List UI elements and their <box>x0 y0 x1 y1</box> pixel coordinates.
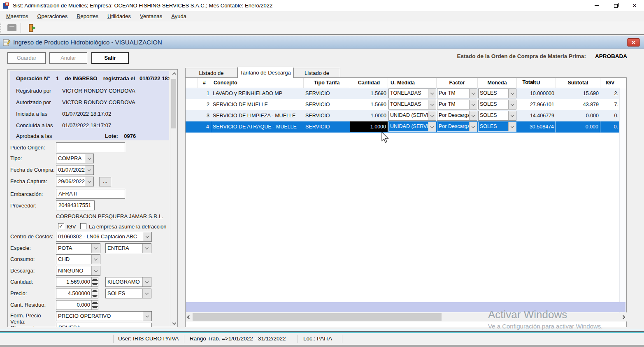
fecha-captura-select[interactable]: 29/06/2022 <box>56 177 94 186</box>
row-selector[interactable] <box>186 88 198 99</box>
u-medida-dropdown-button[interactable] <box>428 122 436 131</box>
moneda-select[interactable]: SOLES <box>478 88 516 98</box>
fecha-compra-select[interactable]: 01/07/2022 <box>56 165 94 175</box>
menu-maestros[interactable]: Maestros <box>2 11 33 21</box>
save-toolbar-button[interactable] <box>5 23 19 33</box>
especie-corte-select[interactable]: ENTERA <box>105 243 151 253</box>
minimize-button[interactable] <box>587 0 606 11</box>
cell-cantidad-editing[interactable]: 1.0000 <box>350 121 388 133</box>
scroll-right-button[interactable] <box>621 312 627 321</box>
table-row[interactable]: 3 SERVICIO DE LIMPIEZA - MUELLE SERVICIO… <box>186 110 620 121</box>
moneda-dropdown-button[interactable] <box>508 111 516 120</box>
scroll-down-icon[interactable] <box>172 321 176 326</box>
scroll-left-button[interactable] <box>186 312 192 321</box>
left-panel-scroll-thumb[interactable] <box>171 79 176 128</box>
proveedor-label: Proveedor: <box>10 203 37 209</box>
cantidad-unidad-select[interactable]: KILOGRAMO <box>105 277 151 287</box>
u-medida-dropdown-button[interactable] <box>428 111 436 120</box>
moneda-dropdown-button[interactable] <box>508 100 516 109</box>
igv-checkbox[interactable]: ✓ <box>58 223 64 229</box>
u-medida-dropdown-button[interactable] <box>428 100 436 109</box>
factor-select[interactable]: Por TM <box>437 100 477 109</box>
detraccion-checkbox[interactable] <box>80 223 86 229</box>
maximize-button[interactable] <box>606 0 625 11</box>
tab-listado-insumos[interactable]: Listado de Insumos <box>293 68 340 77</box>
precio-moneda-select[interactable]: SOLES <box>105 289 151 298</box>
consumo-select[interactable]: CHD <box>56 254 100 264</box>
centro-costos-select[interactable]: 01060302 - LN06 Captación ABC <box>56 232 152 242</box>
cant-residuo-stepper[interactable]: 0.000 <box>56 300 98 310</box>
moneda-dropdown-button[interactable] <box>508 89 516 98</box>
row-selector[interactable] <box>186 121 198 133</box>
menu-utilidades[interactable]: Utilidades <box>103 11 135 21</box>
table-row[interactable]: 2 SERVICIO DE MUELLE SERVICIO 1.5690 TON… <box>186 99 620 110</box>
descarga-dropdown-button[interactable] <box>91 266 100 275</box>
u-medida-dropdown-button[interactable] <box>428 89 436 98</box>
table-row-selected[interactable]: 4 SERVICIO DE ATRAQUE - MUELLE SERVICIO … <box>186 121 620 133</box>
menu-operaciones[interactable]: Operaciones <box>33 11 72 21</box>
exit-toolbar-button[interactable] <box>25 23 39 33</box>
close-button[interactable]: × <box>625 0 644 11</box>
fecha-captura-browse-button[interactable]: ... <box>99 177 111 186</box>
factor-select[interactable]: Por Descarga <box>437 111 477 121</box>
toolbar <box>0 21 644 35</box>
u-medida-select[interactable]: UNIDAD (SERVICI <box>388 111 436 121</box>
guardar-button[interactable]: Guardar <box>7 52 46 64</box>
factor-select[interactable]: Por Descarga <box>437 122 477 132</box>
precio-spin-buttons[interactable] <box>91 289 98 298</box>
form-precio-select[interactable]: PRECIO OPERATIVO <box>56 311 152 321</box>
fecha-compra-dropdown-button[interactable] <box>85 165 93 175</box>
form-precio-dropdown-button[interactable] <box>143 312 151 321</box>
proveedor-input[interactable]: 20484317551 <box>56 200 95 210</box>
row-selector[interactable] <box>186 99 198 110</box>
precio-moneda-dropdown-button[interactable] <box>142 289 151 298</box>
left-panel-scrollbar[interactable] <box>170 70 177 327</box>
menu-reportes[interactable]: Reportes <box>72 11 103 21</box>
precio-stepper[interactable]: 4.500000 <box>56 289 98 298</box>
u-medida-select[interactable]: UNIDAD (SERVICI <box>388 122 436 132</box>
factor-dropdown-button[interactable] <box>469 111 477 120</box>
moneda-select[interactable]: SOLES <box>478 122 516 132</box>
table-vertical-scrollbar[interactable] <box>619 88 626 312</box>
centro-costos-dropdown-button[interactable] <box>143 232 151 241</box>
cell-cantidad[interactable]: 1.0000 <box>350 110 388 121</box>
cell-cantidad[interactable]: 1.5690 <box>350 99 388 110</box>
fecha-captura-dropdown-button[interactable] <box>85 177 93 186</box>
cant-residuo-spin-buttons[interactable] <box>91 300 98 310</box>
anular-button[interactable]: Anular <box>49 52 87 64</box>
dialog-close-button[interactable]: ✕ <box>627 38 640 47</box>
table-row[interactable]: 1 LAVADO y REINHIELADO MP SERVICIO 1.569… <box>186 88 620 99</box>
moneda-dropdown-button[interactable] <box>508 122 516 131</box>
scroll-up-icon[interactable] <box>172 71 176 76</box>
consumo-dropdown-button[interactable] <box>91 255 100 264</box>
cantidad-stepper[interactable]: 1,569.000 <box>56 277 98 287</box>
factor-dropdown-button[interactable] <box>469 100 477 109</box>
especie-select[interactable]: POTA <box>56 243 100 253</box>
embarcacion-input[interactable]: AFRA II <box>56 189 125 199</box>
factor-dropdown-button[interactable] <box>469 89 477 98</box>
iniciada-label: Iniciada a las <box>16 111 62 117</box>
observaciones-input[interactable]: PRUEBA <box>56 323 152 327</box>
u-medida-select[interactable]: TONELADAS <box>388 88 436 98</box>
horizontal-scroll-thumb[interactable] <box>193 313 442 321</box>
salir-button[interactable]: Salir <box>91 52 129 64</box>
factor-dropdown-button[interactable] <box>469 122 477 131</box>
moneda-select[interactable]: SOLES <box>478 100 516 109</box>
especie-dropdown-button[interactable] <box>91 244 100 253</box>
puerto-origen-input[interactable] <box>56 142 125 152</box>
factor-select[interactable]: Por TM <box>437 88 477 98</box>
menu-ventanas[interactable]: Ventanas <box>135 11 167 21</box>
tab-listado-recipientes[interactable]: Listado de Recipientes <box>185 68 237 77</box>
cantidad-spin-buttons[interactable] <box>91 277 98 286</box>
tab-tarifario-descarga[interactable]: Tarifario de Descarga <box>237 67 293 78</box>
row-selector[interactable] <box>186 110 198 121</box>
tipo-select[interactable]: COMPRA <box>56 154 94 163</box>
u-medida-select[interactable]: TONELADAS <box>388 100 436 109</box>
cell-cantidad[interactable]: 1.5690 <box>350 88 388 99</box>
tipo-dropdown-button[interactable] <box>85 154 93 163</box>
moneda-select[interactable]: SOLES <box>478 111 516 121</box>
especie-corte-dropdown-button[interactable] <box>142 244 151 253</box>
menu-ayuda[interactable]: Ayuda <box>167 11 191 21</box>
descarga-select[interactable]: NINGUNO <box>56 266 100 276</box>
cantidad-unidad-dropdown-button[interactable] <box>142 277 151 286</box>
